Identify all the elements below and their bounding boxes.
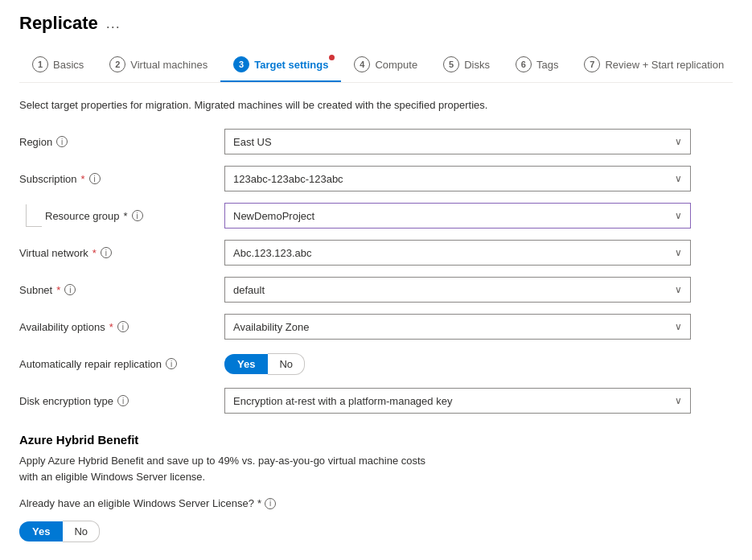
repair-info-icon[interactable]: i [166, 358, 177, 369]
virtual-network-dropdown[interactable]: Abc.123.123.abc ∨ [224, 240, 691, 266]
step-dot-target [329, 55, 335, 60]
resource-group-indent [26, 204, 42, 227]
step-number-review: 7 [584, 56, 600, 72]
subscription-dropdown[interactable]: 123abc-123abc-123abc ∨ [224, 166, 691, 191]
subnet-label: Subnet * i [19, 284, 224, 296]
disk-encryption-chevron-icon: ∨ [675, 395, 682, 406]
subscription-label: Subscription * i [19, 173, 224, 185]
disk-encryption-label: Disk encryption type i [19, 395, 224, 407]
disk-encryption-row: Disk encryption type i Encryption at-res… [19, 388, 733, 414]
availability-dropdown[interactable]: Availability Zone ∨ [224, 314, 691, 340]
subscription-info-icon[interactable]: i [89, 173, 101, 184]
subnet-dropdown[interactable]: default ∨ [224, 277, 691, 303]
region-chevron-icon: ∨ [675, 136, 682, 147]
subnet-value: default [233, 284, 265, 296]
step-review[interactable]: 7 Review + Start replication [571, 50, 737, 82]
virtual-network-row: Virtual network * i Abc.123.123.abc ∨ [19, 240, 733, 266]
resource-group-control: NewDemoProject ∨ [224, 203, 691, 229]
step-label-basics: Basics [53, 59, 84, 71]
virtual-network-value: Abc.123.123.abc [233, 247, 312, 259]
region-control: East US ∨ [224, 129, 691, 154]
step-number-basics: 1 [32, 56, 48, 72]
step-tags[interactable]: 6 Tags [503, 50, 571, 82]
availability-control: Availability Zone ∨ [224, 314, 691, 340]
virtual-network-required: * [92, 247, 97, 259]
hybrid-toggle: Yes No [19, 521, 733, 542]
step-target-settings[interactable]: 3 Target settings [220, 50, 341, 82]
disk-encryption-control: Encryption at-rest with a platform-manag… [224, 388, 691, 414]
repair-toggle: Yes No [224, 353, 691, 375]
repair-row: Automatically repair replication i Yes N… [19, 351, 733, 377]
availability-label: Availability options * i [19, 321, 224, 333]
wizard-steps: 1 Basics 2 Virtual machines 3 Target set… [19, 50, 733, 83]
resource-group-info-icon[interactable]: i [132, 210, 143, 221]
step-disks[interactable]: 5 Disks [430, 50, 503, 82]
disk-encryption-info-icon[interactable]: i [117, 395, 129, 406]
availability-chevron-icon: ∨ [675, 321, 682, 332]
repair-label: Automatically repair replication i [19, 358, 224, 370]
repair-yes-button[interactable]: Yes [224, 354, 268, 374]
step-number-tags: 6 [516, 56, 532, 72]
region-label: Region i [19, 136, 224, 148]
ellipsis-menu[interactable]: ... [106, 15, 121, 32]
repair-no-button[interactable]: No [268, 353, 305, 375]
subscription-value: 123abc-123abc-123abc [233, 173, 343, 185]
virtual-network-chevron-icon: ∨ [675, 247, 682, 258]
resource-group-label: Resource group * i [45, 210, 224, 222]
disk-encryption-dropdown[interactable]: Encryption at-rest with a platform-manag… [224, 388, 691, 414]
resource-group-value: NewDemoProject [233, 210, 314, 222]
region-dropdown[interactable]: East US ∨ [224, 129, 691, 154]
step-number-target: 3 [233, 56, 249, 72]
repair-control: Yes No [224, 353, 691, 375]
virtual-network-control: Abc.123.123.abc ∨ [224, 240, 691, 266]
subnet-row: Subnet * i default ∨ [19, 277, 733, 303]
region-row: Region i East US ∨ [19, 129, 733, 154]
resource-group-chevron-icon: ∨ [675, 210, 682, 221]
step-label-compute: Compute [375, 59, 417, 71]
region-value: East US [233, 136, 272, 148]
hybrid-question-label: Already have an eligible Windows Server … [19, 497, 276, 509]
hybrid-question-row: Already have an eligible Windows Server … [19, 497, 733, 509]
virtual-network-label: Virtual network * i [19, 247, 224, 259]
availability-required: * [109, 321, 113, 333]
hybrid-yes-button[interactable]: Yes [19, 521, 63, 541]
step-label-target: Target settings [254, 59, 328, 71]
region-info-icon[interactable]: i [56, 136, 68, 147]
hybrid-no-button[interactable]: No [63, 521, 100, 542]
target-settings-form: Region i East US ∨ Subscription * i 123a… [19, 129, 733, 414]
step-number-compute: 4 [354, 56, 370, 72]
subnet-info-icon[interactable]: i [64, 284, 76, 295]
resource-group-required: * [124, 210, 128, 222]
step-label-disks: Disks [464, 59, 490, 71]
step-compute[interactable]: 4 Compute [341, 50, 430, 82]
form-description: Select target properties for migration. … [19, 99, 733, 111]
availability-value: Availability Zone [233, 321, 309, 333]
step-basics[interactable]: 1 Basics [19, 50, 97, 82]
subscription-required: * [81, 173, 85, 185]
subscription-control: 123abc-123abc-123abc ∨ [224, 166, 691, 191]
step-number-vms: 2 [109, 56, 125, 72]
step-label-tags: Tags [536, 59, 558, 71]
availability-row: Availability options * i Availability Zo… [19, 314, 733, 340]
step-label-review: Review + Start replication [605, 59, 724, 71]
subnet-control: default ∨ [224, 277, 691, 303]
hybrid-required: * [257, 497, 261, 509]
resource-group-row: Resource group * i NewDemoProject ∨ [19, 203, 733, 229]
subnet-chevron-icon: ∨ [675, 284, 682, 295]
hybrid-info-icon[interactable]: i [265, 498, 276, 509]
hybrid-section-title: Azure Hybrid Benefit [19, 433, 733, 447]
step-virtual-machines[interactable]: 2 Virtual machines [97, 50, 220, 82]
page-title: Replicate [19, 13, 98, 34]
hybrid-description: Apply Azure Hybrid Benefit and save up t… [19, 453, 733, 484]
availability-info-icon[interactable]: i [117, 321, 129, 332]
subscription-chevron-icon: ∨ [675, 173, 682, 184]
step-label-vms: Virtual machines [130, 59, 208, 71]
step-number-disks: 5 [443, 56, 459, 72]
resource-group-dropdown[interactable]: NewDemoProject ∨ [224, 203, 691, 229]
subscription-row: Subscription * i 123abc-123abc-123abc ∨ [19, 166, 733, 191]
disk-encryption-value: Encryption at-rest with a platform-manag… [233, 395, 452, 407]
virtual-network-info-icon[interactable]: i [101, 247, 112, 258]
subnet-required: * [56, 284, 60, 296]
